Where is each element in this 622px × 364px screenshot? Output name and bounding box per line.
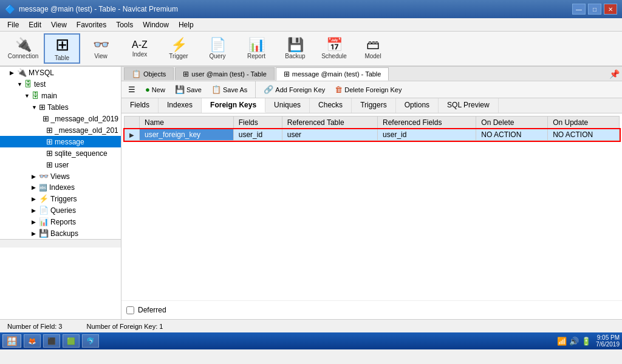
- title-bar: 🔷 message @main (test) - Table - Navicat…: [0, 0, 622, 18]
- col-ref-table: Referenced Table: [282, 116, 377, 129]
- toolbar-table[interactable]: ⊞ Table: [44, 33, 80, 64]
- menu-edit[interactable]: Edit: [24, 19, 46, 30]
- fk-fields: user_id: [233, 129, 282, 141]
- separator: [255, 81, 256, 99]
- subtab-options[interactable]: Options: [396, 98, 439, 113]
- subtab-uniques[interactable]: Uniques: [265, 98, 310, 113]
- system-tray: 📶 🔊 🔋: [557, 337, 591, 346]
- menu-toggle-button[interactable]: ☰: [124, 83, 140, 96]
- tab-message-table[interactable]: ⊞ message @main (test) - Table: [276, 67, 389, 81]
- toolbar-view[interactable]: 👓 View: [83, 33, 119, 64]
- col-ref-fields: Referenced Fields: [378, 116, 476, 129]
- add-fk-label: Add Foreign Key: [275, 86, 325, 93]
- sidebar-item-test[interactable]: ▼ 🗄 test: [0, 78, 121, 90]
- close-button[interactable]: ✕: [604, 4, 617, 15]
- arrow-icon: ▶: [10, 70, 17, 76]
- sidebar-item-views[interactable]: ▶ 👓 Views: [0, 170, 121, 182]
- taskbar-terminal[interactable]: ⬛: [43, 334, 60, 348]
- taskbar-browser[interactable]: 🦊: [24, 334, 41, 348]
- sidebar-scrollbar[interactable]: [0, 239, 121, 248]
- triggers-label: Triggers: [50, 195, 77, 203]
- arrow-icon: ▶: [32, 174, 39, 180]
- taskbar-right: 📶 🔊 🔋 9:05 PM 7/6/2019: [557, 334, 620, 348]
- tab-user-table[interactable]: ⊞ user @main (test) - Table: [175, 67, 274, 80]
- trigger-icon: ⚡: [171, 38, 187, 52]
- subtab-checks[interactable]: Checks: [310, 98, 352, 113]
- table-row[interactable]: ▶ user_foreign_key user_id user user_id …: [125, 129, 620, 141]
- window-controls: — □ ✕: [572, 4, 617, 15]
- sidebar-item-msg-old2[interactable]: ⊞ _message_old_201: [0, 124, 121, 136]
- menu-favorites[interactable]: Favorites: [72, 19, 111, 30]
- save-button[interactable]: 💾 Save: [171, 83, 206, 96]
- sidebar-item-sqlite[interactable]: ⊞ sqlite_sequence: [0, 147, 121, 159]
- views-label: Views: [50, 172, 70, 181]
- foreign-key-table: Name Fields Referenced Table Referenced …: [124, 116, 620, 141]
- deferred-checkbox[interactable]: [126, 306, 134, 314]
- tables-icon: ⊞: [39, 103, 46, 112]
- indexes-label: Indexes: [49, 183, 75, 192]
- sidebar-item-triggers[interactable]: ▶ ⚡ Triggers: [0, 193, 121, 204]
- status-bar: Number of Field: 3 Number of Foreign Key…: [0, 319, 622, 332]
- fk-on-delete: NO ACTION: [476, 129, 548, 141]
- sidebar-item-queries[interactable]: ▶ 📄 Queries: [0, 204, 121, 216]
- menu-tools[interactable]: Tools: [111, 19, 138, 30]
- sidebar-item-backups[interactable]: ▶ 💾 Backups: [0, 228, 121, 239]
- reports-icon: 📊: [39, 217, 49, 226]
- fk-table-body: ▶ user_foreign_key user_id user user_id …: [125, 129, 620, 141]
- toolbar-query[interactable]: 📄 Query: [199, 33, 236, 64]
- sidebar-item-user[interactable]: ⊞ user: [0, 159, 121, 170]
- backups-icon: 💾: [39, 229, 49, 238]
- add-fk-button[interactable]: 🔗 Add Foreign Key: [259, 83, 329, 96]
- arrow-icon: ▶: [32, 196, 39, 202]
- menu-file[interactable]: File: [2, 19, 24, 30]
- menu-window[interactable]: Window: [138, 19, 174, 30]
- subtab-fields[interactable]: Fields: [121, 98, 159, 113]
- clock: 9:05 PM 7/6/2019: [596, 334, 620, 348]
- tab-pin-icon[interactable]: 📌: [609, 69, 620, 79]
- sidebar-item-mysql[interactable]: ▶ 🔌 MYSQL: [0, 67, 121, 78]
- indexes-icon: 🔤: [39, 184, 47, 192]
- taskbar-navicat[interactable]: 🐬: [82, 334, 99, 348]
- maximize-button[interactable]: □: [588, 4, 601, 15]
- table-header-row: Name Fields Referenced Table Referenced …: [125, 116, 620, 129]
- user-label: user: [55, 161, 69, 169]
- subtab-triggers[interactable]: Triggers: [352, 98, 396, 113]
- volume-icon: 🔊: [569, 337, 579, 346]
- report-icon: 📊: [248, 38, 265, 52]
- sidebar-item-message[interactable]: ⊞ message: [0, 136, 121, 147]
- toolbar-backup[interactable]: 💾 Backup: [277, 33, 313, 64]
- subtab-foreign-keys[interactable]: Foreign Keys: [202, 98, 265, 113]
- toolbar-report[interactable]: 📊 Report: [238, 33, 275, 64]
- taskbar-app1[interactable]: 🟩: [63, 334, 80, 348]
- menu-view[interactable]: View: [46, 19, 72, 30]
- sidebar-item-main[interactable]: ▼ 🗄 main: [0, 90, 121, 101]
- sidebar-item-msg-old1[interactable]: ⊞ _message_old_2019: [0, 113, 121, 124]
- tab-objects[interactable]: 📋 Objects: [124, 67, 174, 80]
- delete-fk-button[interactable]: 🗑 Delete Foreign Key: [330, 83, 406, 96]
- content-toolbar: ☰ ● New 💾 Save 📋 Save As 🔗 Add Foreign K…: [121, 81, 622, 98]
- minimize-button[interactable]: —: [572, 4, 586, 15]
- subtab-sql-preview[interactable]: SQL Preview: [439, 98, 499, 113]
- toolbar-schedule[interactable]: 📅 Schedule: [316, 33, 352, 64]
- fk-on-update: NO ACTION: [548, 129, 620, 141]
- menu-bar: File Edit View Favorites Tools Window He…: [0, 18, 622, 32]
- subtab-indexes[interactable]: Indexes: [159, 98, 202, 113]
- save-as-button[interactable]: 📋 Save As: [207, 83, 251, 96]
- arrow-icon: ▶: [32, 184, 39, 190]
- index-icon: A-Z: [132, 40, 148, 50]
- arrow-icon: ▶: [32, 231, 39, 237]
- new-button[interactable]: ● New: [141, 83, 169, 96]
- menu-help[interactable]: Help: [174, 19, 199, 30]
- toolbar-index[interactable]: A-Z Index: [121, 33, 158, 64]
- sidebar-item-indexes[interactable]: ▶ 🔤 Indexes: [0, 182, 121, 193]
- toolbar-model[interactable]: 🗃 Model: [355, 33, 391, 64]
- start-button[interactable]: 🪟: [2, 334, 21, 348]
- toolbar-trigger[interactable]: ⚡ Trigger: [160, 33, 197, 64]
- table-icon: ⊞: [46, 126, 53, 135]
- save-label: Save: [186, 86, 202, 93]
- sidebar-item-reports[interactable]: ▶ 📊 Reports: [0, 216, 121, 228]
- sidebar-item-tables[interactable]: ▼ ⊞ Tables: [0, 101, 121, 113]
- main-area: ▶ 🔌 MYSQL ▼ 🗄 test ▼ 🗄 main ▼ ⊞ Tables ⊞…: [0, 67, 622, 319]
- deferred-label[interactable]: Deferred: [126, 306, 617, 314]
- toolbar-connection[interactable]: 🔌 Connection: [5, 33, 41, 64]
